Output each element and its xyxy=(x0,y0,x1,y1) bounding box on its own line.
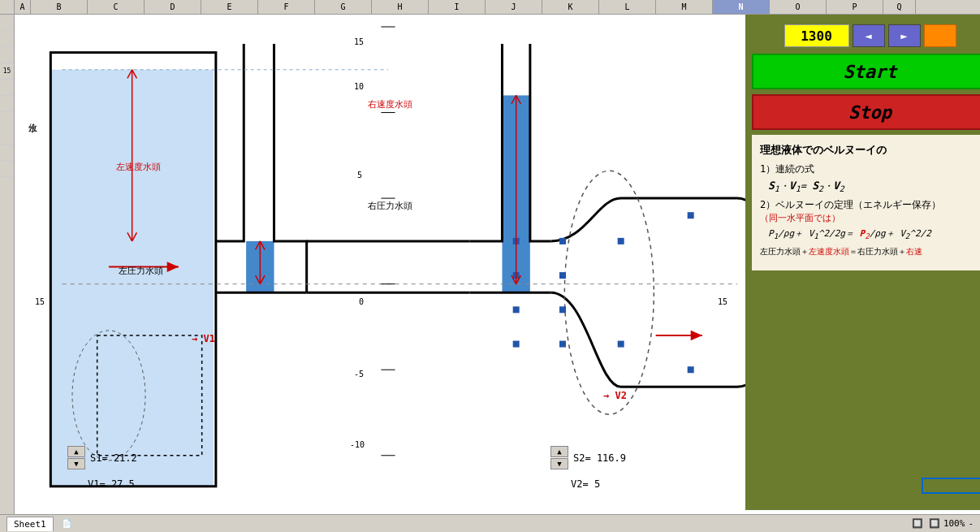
col-O: O xyxy=(770,0,827,14)
theory-equation3: 左圧力水頭＋左速度水頭＝右圧力水頭＋右速 xyxy=(760,246,980,257)
zoom-minus[interactable]: - xyxy=(968,518,974,529)
col-M: M xyxy=(656,0,713,14)
row-numbers: 15 xyxy=(0,15,15,514)
orange-indicator xyxy=(924,24,956,47)
col-H: H xyxy=(372,0,429,14)
simulation-canvas xyxy=(15,15,745,510)
theory-section-2: 2）ベルヌーイの定理（エネルギー保存） （同一水平面では） P1/ρg＋ V1^… xyxy=(760,198,980,240)
y-axis-10: 10 xyxy=(354,82,364,91)
col-L: L xyxy=(599,0,656,14)
v2-value: V2= 5 xyxy=(571,478,600,490)
s2-controls: ▲ ▼ S2= 116.9 xyxy=(550,446,626,469)
y-axis-right-15: 15 xyxy=(718,297,727,306)
col-A: A xyxy=(15,0,31,14)
col-P: P xyxy=(827,0,883,14)
col-Q: Q xyxy=(883,0,916,14)
col-I: I xyxy=(429,0,486,14)
s1-down-button[interactable]: ▼ xyxy=(67,458,85,469)
theory-panel: 理想液体でのベルヌーイの 1）連続の式 S1・V1= S2・V2 2）ベルヌーイ… xyxy=(752,135,980,270)
right-arrow-button[interactable]: ► xyxy=(888,24,921,47)
row-num xyxy=(0,112,14,128)
sheet-icon: 📄 xyxy=(62,519,71,528)
y-axis-left-15: 15 xyxy=(35,297,45,306)
s2-value: S2= 116.9 xyxy=(573,452,626,464)
col-K: K xyxy=(542,0,599,14)
y-axis-0: 0 xyxy=(359,297,364,306)
row-num xyxy=(0,145,14,161)
status-bar: Sheet1 📄 🔲 🔲 100% - xyxy=(0,514,980,532)
equation3-text: 左圧力水頭＋左速度水頭＝右圧力水頭＋右速 xyxy=(760,246,980,257)
col-G: G xyxy=(315,0,372,14)
v1-value: V1= 27.5 xyxy=(88,478,135,490)
start-button[interactable]: Start xyxy=(752,54,980,89)
y-axis-neg5: -5 xyxy=(354,370,364,378)
main-area: 15 1300 ◄ ► Start xyxy=(0,15,980,514)
zoom-percent: 100% xyxy=(943,518,965,529)
row-num xyxy=(0,161,14,177)
equation2: P1/ρg＋ V1^2/2g＝ P2/ρg＋ V2^2/2 xyxy=(768,227,980,240)
zoom-label: 🔲 🔲 xyxy=(912,518,940,529)
section2-title: 2）ベルヌーイの定理（エネルギー保存） xyxy=(760,198,980,212)
theory-title: 理想液体でのベルヌーイの xyxy=(760,143,980,158)
selected-cell-indicator xyxy=(922,478,980,494)
section2-sub: （同一水平面では） xyxy=(760,212,980,224)
row-num-15: 15 xyxy=(0,63,14,80)
col-N: N xyxy=(713,0,770,14)
s2-up-button[interactable]: ▲ xyxy=(550,446,568,457)
col-D: D xyxy=(145,0,201,14)
row-num xyxy=(0,47,14,63)
col-C: C xyxy=(88,0,145,14)
s1-spinner[interactable]: ▲ ▼ xyxy=(67,446,85,469)
s2-down-button[interactable]: ▼ xyxy=(550,458,568,469)
section1-title: 1）連続の式 xyxy=(760,162,980,176)
theory-section-1: 1）連続の式 S1・V1= S2・V2 xyxy=(760,162,980,193)
row-num xyxy=(0,15,14,31)
counter-row: 1300 ◄ ► xyxy=(752,24,980,47)
s2-spinner[interactable]: ▲ ▼ xyxy=(550,446,568,469)
corner-cell xyxy=(0,0,15,14)
row-num xyxy=(0,96,14,112)
sheet-content: 1300 ◄ ► Start Stop 理想液体でのベルヌーイの 1）連続の式 … xyxy=(15,15,980,514)
col-F: F xyxy=(258,0,315,14)
equation1: S1・V1= S2・V2 xyxy=(768,179,980,193)
y-axis-neg10: -10 xyxy=(350,440,365,449)
counter-display: 1300 xyxy=(784,24,849,47)
excel-frame: A B C D E F G H I J K L M N O P Q 15 xyxy=(0,0,980,532)
row-num xyxy=(0,31,14,47)
right-panel: 1300 ◄ ► Start Stop 理想液体でのベルヌーイの 1）連続の式 … xyxy=(745,15,980,510)
stop-button[interactable]: Stop xyxy=(752,94,980,130)
s1-up-button[interactable]: ▲ xyxy=(67,446,85,457)
s1-value: S1= 21.2 xyxy=(90,452,137,464)
col-E: E xyxy=(201,0,258,14)
left-arrow-button[interactable]: ◄ xyxy=(853,24,885,47)
row-num xyxy=(0,128,14,145)
row-num xyxy=(0,80,14,96)
y-axis-5: 5 xyxy=(357,171,362,179)
col-J: J xyxy=(486,0,542,14)
y-axis-15: 15 xyxy=(354,37,364,46)
col-B: B xyxy=(31,0,88,14)
sheet1-tab[interactable]: Sheet1 xyxy=(6,517,54,531)
s1-controls: ▲ ▼ S1= 21.2 xyxy=(67,446,137,469)
column-headers: A B C D E F G H I J K L M N O P Q xyxy=(0,0,980,15)
status-bar-right: 🔲 🔲 100% - xyxy=(912,518,974,529)
